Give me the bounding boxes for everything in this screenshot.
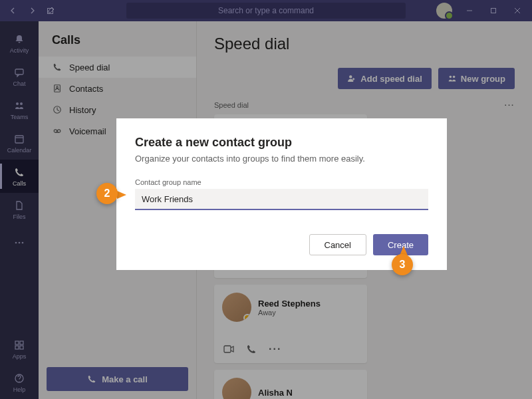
callout-pointer [117, 191, 126, 199]
button-label: Cancel [325, 240, 351, 250]
create-group-modal: Create a new contact group Organize your… [116, 118, 447, 270]
modal-actions: Cancel Create [135, 234, 428, 255]
modal-title: Create a new contact group [135, 136, 428, 150]
group-name-input[interactable] [135, 189, 428, 210]
modal-subtitle: Organize your contacts into groups to fi… [135, 154, 428, 164]
callout-badge-3: 3 [392, 254, 413, 275]
callout-badge-2: 2 [96, 183, 118, 204]
cancel-button[interactable]: Cancel [309, 234, 366, 255]
field-label: Contact group name [135, 178, 428, 186]
